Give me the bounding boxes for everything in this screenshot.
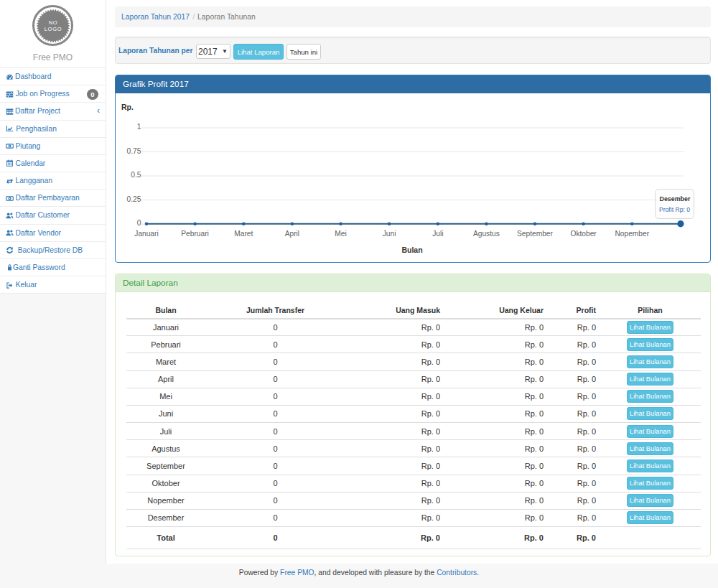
svg-text:Pebruari: Pebruari [181,230,209,238]
svg-text:0.25: 0.25 [126,195,141,203]
svg-text:1: 1 [137,123,141,131]
svg-text:Juni: Juni [383,230,396,238]
svg-text:Bulan: Bulan [401,246,422,254]
svg-text:Rp.: Rp. [121,103,134,111]
svg-text:0.5: 0.5 [131,171,141,179]
svg-text:Desember: Desember [660,195,691,202]
svg-text:Agustus: Agustus [473,230,500,238]
svg-text:April: April [285,230,299,238]
svg-text:Juli: Juli [432,230,443,238]
svg-text:Mei: Mei [335,230,346,238]
svg-text:Oktober: Oktober [570,230,597,238]
svg-text:September: September [517,230,553,238]
svg-text:Nopember: Nopember [615,230,650,238]
svg-text:Profit Rp: 0: Profit Rp: 0 [659,206,690,213]
svg-text:0: 0 [137,219,141,227]
svg-text:Maret: Maret [234,230,253,238]
svg-text:Januari: Januari [134,230,158,238]
svg-text:NO: NO [48,19,57,26]
svg-text:LOGO: LOGO [44,26,62,32]
svg-text:0.75: 0.75 [126,147,141,155]
